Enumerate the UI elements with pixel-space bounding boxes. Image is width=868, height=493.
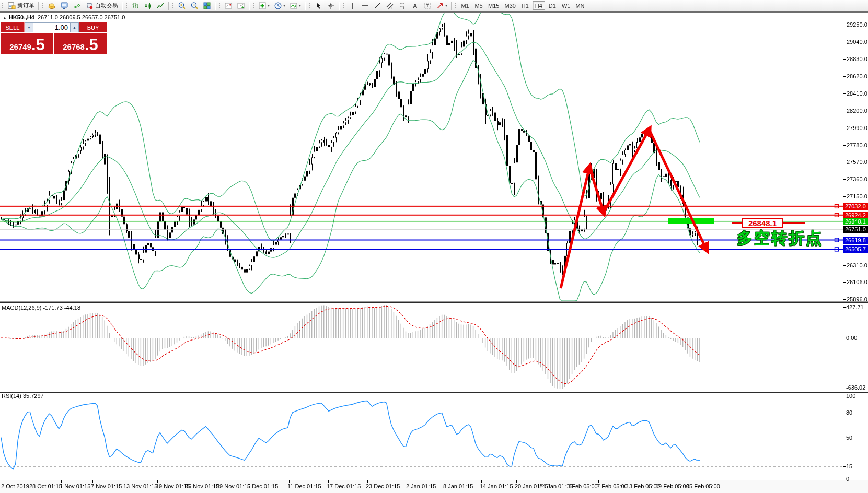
toolbar-separator bbox=[339, 2, 339, 10]
label-icon: T bbox=[423, 2, 432, 10]
macd-indicator-label: MACD(12,26,9) -171.73 -44.18 bbox=[2, 304, 80, 311]
gold-button[interactable] bbox=[46, 1, 57, 10]
candlestick-chart-icon bbox=[144, 2, 152, 10]
price-line-label: 26848.1 bbox=[843, 218, 868, 225]
text-icon: A bbox=[411, 2, 419, 10]
date-axis-label: 13 Nov 01:15 bbox=[123, 483, 157, 489]
chart-symbol: HK50-,H4 bbox=[9, 14, 34, 20]
crosshair-button[interactable] bbox=[325, 1, 337, 10]
buy-price[interactable]: 26768 .5 bbox=[54, 33, 107, 54]
svg-text:A: A bbox=[413, 2, 418, 9]
date-axis-label: 2 Jan 01:15 bbox=[406, 483, 436, 489]
signals-button[interactable] bbox=[71, 1, 83, 10]
toolbar-drag-handle[interactable] bbox=[342, 2, 345, 9]
chevron-up-icon: ▲ bbox=[73, 26, 76, 29]
vline-button[interactable] bbox=[346, 1, 358, 10]
turning-point-annotation[interactable]: 多空转折点 bbox=[737, 228, 823, 249]
date-axis-label: 28 Oct 01:15 bbox=[29, 483, 62, 489]
line-chart-icon bbox=[156, 2, 165, 10]
sell-button[interactable]: SELL bbox=[1, 22, 25, 32]
market-watch-icon bbox=[60, 2, 68, 10]
chart-shift-icon bbox=[224, 2, 233, 10]
rsi-scale-label: 50 bbox=[846, 435, 852, 441]
dropdown-arrow-icon[interactable]: ▾ bbox=[299, 3, 301, 8]
zoom-in-button[interactable] bbox=[176, 1, 188, 10]
dropdown-arrow-icon[interactable]: ▾ bbox=[283, 3, 285, 8]
svg-text:E: E bbox=[391, 6, 394, 9]
timeframe-mn-button[interactable]: MN bbox=[573, 1, 586, 10]
channel-icon: E bbox=[386, 2, 394, 10]
sell-price[interactable]: 26749 .5 bbox=[1, 33, 53, 54]
price-axis-label: 26310.0 bbox=[847, 262, 867, 268]
price-axis-label: 29250.0 bbox=[847, 21, 867, 28]
lot-size-input[interactable] bbox=[33, 22, 70, 32]
auto-scroll-button[interactable] bbox=[235, 1, 247, 10]
toolbar-drag-handle[interactable] bbox=[455, 2, 457, 9]
chevron-down-icon: ▼ bbox=[27, 26, 31, 29]
templates-button[interactable]: ▾ bbox=[288, 1, 303, 10]
signals-icon bbox=[73, 2, 81, 10]
toolbar-drag-handle[interactable] bbox=[125, 2, 128, 9]
dropdown-arrow-icon[interactable]: ▾ bbox=[268, 3, 270, 8]
collapse-icon[interactable]: ▲ bbox=[3, 16, 7, 20]
lot-decrease-button[interactable]: ▼ bbox=[25, 22, 33, 32]
shapes-icon bbox=[436, 2, 444, 10]
toolbar-drag-handle[interactable] bbox=[218, 2, 221, 9]
bar-chart-button[interactable] bbox=[130, 1, 141, 10]
add-indicator-button[interactable]: ▾ bbox=[257, 1, 271, 10]
rsi-scale-label: 80 bbox=[846, 409, 852, 416]
hline-button[interactable] bbox=[359, 1, 371, 10]
label-button[interactable]: T bbox=[422, 1, 433, 10]
chart-shift-button[interactable] bbox=[223, 1, 234, 10]
buy-button[interactable]: BUY bbox=[79, 22, 107, 32]
toolbar-button-label: 新订单 bbox=[17, 2, 34, 9]
toolbar-drag-handle[interactable] bbox=[252, 2, 255, 9]
price-axis-label: 29040.0 bbox=[847, 39, 867, 45]
toolbar-drag-handle[interactable] bbox=[42, 2, 44, 9]
highlight-rectangle[interactable] bbox=[668, 218, 714, 224]
toolbar-drag-handle[interactable] bbox=[308, 2, 311, 9]
fibonacci-button[interactable]: F bbox=[397, 1, 408, 10]
timeframe-w1-button[interactable]: W1 bbox=[560, 1, 573, 10]
date-axis-label: 11 Dec 01:15 bbox=[287, 483, 321, 489]
autotrading-button[interactable]: 自动交易 bbox=[84, 1, 120, 10]
svg-text:F: F bbox=[403, 6, 406, 9]
chart-title: ▲HK50-,H4 26711.0 26809.5 26657.0 26751.… bbox=[3, 14, 125, 20]
timeframe-d1-button[interactable]: D1 bbox=[546, 1, 559, 10]
lot-increase-button[interactable]: ▲ bbox=[70, 22, 79, 32]
text-button[interactable]: A bbox=[409, 1, 421, 10]
crosshair-icon bbox=[327, 2, 335, 10]
timeframe-m15-button[interactable]: M15 bbox=[486, 1, 501, 10]
add-indicator-icon bbox=[258, 2, 267, 10]
candlestick-chart-button[interactable] bbox=[142, 1, 154, 10]
trading-terminal: 新订单自动交易▾▾▾EFAT▾M1M5M15M30H1H4D1W1MN ▲HK5… bbox=[0, 0, 868, 493]
periods-button[interactable]: ▾ bbox=[272, 1, 287, 10]
line-chart-button[interactable] bbox=[155, 1, 166, 10]
cursor-button[interactable] bbox=[313, 1, 324, 10]
dropdown-arrow-icon[interactable]: ▾ bbox=[445, 3, 447, 8]
trendline-button[interactable] bbox=[372, 1, 383, 10]
toolbar-drag-handle[interactable] bbox=[172, 2, 175, 9]
timeframe-h1-button[interactable]: H1 bbox=[519, 1, 531, 10]
rsi-scale-label: 15 bbox=[846, 463, 852, 469]
toolbar-separator bbox=[215, 2, 215, 10]
tile-windows-button[interactable] bbox=[201, 1, 213, 10]
gold-icon bbox=[48, 2, 56, 10]
date-axis-label: 19 Feb 05:00 bbox=[655, 483, 689, 489]
timeframe-m1-button[interactable]: M1 bbox=[459, 1, 471, 10]
new-order-button[interactable]: 新订单 bbox=[6, 1, 36, 10]
timeframe-m30-button[interactable]: M30 bbox=[502, 1, 517, 10]
price-axis-label: 27150.0 bbox=[847, 193, 867, 199]
zoom-out-button[interactable] bbox=[189, 1, 200, 10]
market-watch-button[interactable] bbox=[59, 1, 70, 10]
timeframe-h4-button[interactable]: H4 bbox=[533, 1, 545, 10]
channel-button[interactable]: E bbox=[384, 1, 396, 10]
toolbar-separator bbox=[122, 2, 122, 10]
price-callout-label[interactable]: 26848.1 bbox=[742, 218, 783, 228]
shapes-button[interactable]: ▾ bbox=[434, 1, 449, 10]
toolbar-drag-handle[interactable] bbox=[2, 2, 4, 9]
toolbar-separator bbox=[249, 2, 249, 10]
timeframe-m5-button[interactable]: M5 bbox=[472, 1, 485, 10]
price-line-label: 26505.7 bbox=[843, 245, 868, 253]
fibonacci-icon: F bbox=[398, 2, 407, 10]
